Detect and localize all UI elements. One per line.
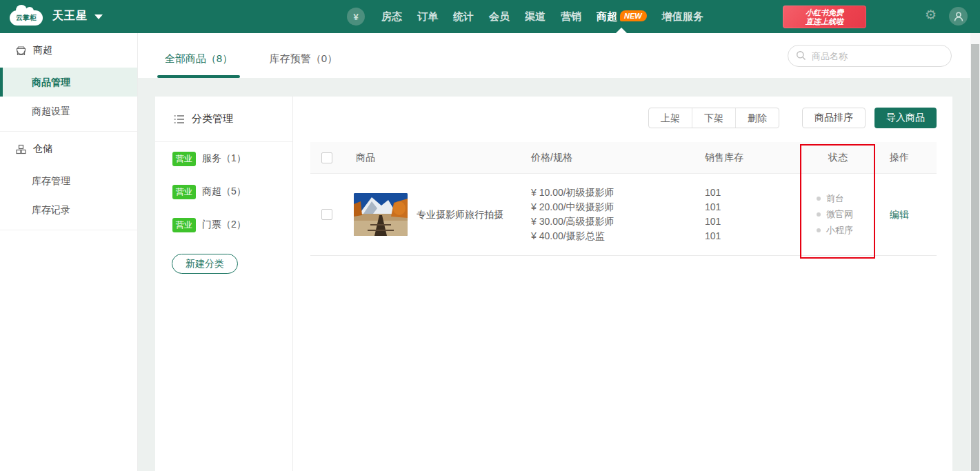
storefront-icon: [15, 45, 27, 57]
brand-logo-text: 云掌柜: [16, 13, 37, 23]
list-icon: [174, 114, 185, 124]
open-status-badge: 营业: [172, 218, 196, 232]
tab-all-products[interactable]: 全部商品（8）: [157, 33, 240, 78]
category-panel: 分类管理 营业 服务（1） 营业 商超（5） 营业 门票（2） 新建分类: [155, 97, 293, 471]
category-item-service[interactable]: 营业 服务（1）: [155, 142, 292, 175]
sidebar-section-warehouse-title: 仓储: [33, 143, 52, 155]
category-item-tickets[interactable]: 营业 门票（2）: [155, 208, 292, 241]
page-scrollbar-thumb[interactable]: [971, 44, 979, 471]
category-management-header[interactable]: 分类管理: [155, 97, 292, 142]
channel-label: 微官网: [826, 208, 853, 221]
channel-label: 前台: [826, 192, 844, 205]
nav-item-roomstatus[interactable]: 房态: [381, 10, 402, 23]
category-item-service-label: 服务（1）: [202, 152, 246, 165]
nav-item-store[interactable]: 商超NEW: [597, 10, 647, 23]
left-sidebar: 商超 商品管理 商超设置 仓储 库存管理 库存记录: [0, 33, 138, 471]
stock-line: 101: [705, 200, 800, 214]
nav-item-store-label: 商超: [597, 10, 617, 22]
nav-item-marketing[interactable]: 营销: [561, 10, 581, 23]
action-cell: 编辑: [876, 208, 937, 221]
price-spec-cell: ¥ 10.00/初级摄影师 ¥ 20.00/中级摄影师 ¥ 30.00/高级摄影…: [524, 186, 698, 243]
active-nav-pointer: [616, 28, 627, 33]
brand-logo: 云掌柜: [10, 10, 43, 26]
main-nav: ¥ 房态 订单 统计 会员 渠道 营销 商超NEW 增值服务: [347, 0, 719, 33]
category-item-store-label: 商超（5）: [202, 186, 246, 198]
top-navbar: 云掌柜 天王星 ¥ 房态 订单 统计 会员 渠道 营销 商超NEW 增值服务 小…: [0, 0, 980, 33]
caret-down-icon: [94, 14, 103, 19]
stock-line: 101: [705, 214, 800, 229]
delete-button[interactable]: 删除: [735, 108, 779, 128]
col-header-action: 操作: [876, 152, 937, 164]
warehouse-blocks-icon: [15, 143, 27, 155]
product-table: 商品 价格/规格 销售库存 状态 操作: [310, 142, 937, 256]
sidebar-item-inventory-records[interactable]: 库存记录: [0, 195, 137, 224]
tabs: 全部商品（8） 库存预警（0）: [157, 33, 367, 78]
settings-gear-icon[interactable]: ⚙: [925, 7, 937, 23]
bulk-actions-group: 上架 下架 删除: [648, 108, 779, 128]
table-row: 专业摄影师旅行拍摄 ¥ 10.00/初级摄影师 ¥ 20.00/中级摄影师 ¥ …: [310, 174, 937, 256]
property-switcher[interactable]: 云掌柜 天王星: [10, 6, 103, 26]
category-item-store[interactable]: 营业 商超（5）: [155, 175, 292, 208]
channel-micro-site: 微官网: [817, 208, 859, 221]
tab-stock-warning[interactable]: 库存预警（0）: [262, 33, 345, 78]
sidebar-section-store-title: 商超: [33, 44, 52, 57]
product-sort-button[interactable]: 商品排序: [802, 108, 866, 128]
select-all-checkbox[interactable]: [321, 152, 332, 163]
product-name: 专业摄影师旅行拍摄: [417, 208, 506, 221]
status-dot-icon: [817, 197, 821, 201]
product-search: [788, 45, 952, 67]
user-avatar-icon[interactable]: [949, 7, 968, 26]
page-scrollbar-track: [970, 33, 980, 471]
currency-coin-icon[interactable]: ¥: [347, 8, 365, 26]
col-header-product: 商品: [345, 152, 524, 164]
channel-front-desk: 前台: [817, 192, 859, 205]
sidebar-item-inventory-management[interactable]: 库存管理: [0, 166, 137, 195]
promo-line2: 直连上线啦: [806, 17, 843, 26]
stock-line: 101: [705, 186, 800, 200]
promo-banner-xiaohongshu[interactable]: 小红书免费 直连上线啦: [783, 6, 866, 28]
sidebar-section-warehouse: 仓储 库存管理 库存记录: [0, 132, 137, 230]
nav-item-stats[interactable]: 统计: [453, 10, 474, 23]
new-category-button[interactable]: 新建分类: [172, 254, 238, 274]
product-image: [354, 193, 408, 236]
product-cell: 专业摄影师旅行拍摄: [345, 193, 524, 236]
nav-item-members[interactable]: 会员: [489, 10, 510, 23]
table-header-row: 商品 价格/规格 销售库存 状态 操作: [310, 142, 937, 174]
sidebar-item-store-settings[interactable]: 商超设置: [0, 97, 137, 126]
row-checkbox[interactable]: [321, 209, 332, 220]
sidebar-section-store: 商超 商品管理 商超设置: [0, 33, 137, 132]
price-line: ¥ 30.00/高级摄影师: [531, 214, 698, 229]
category-management-title: 分类管理: [192, 112, 233, 126]
sidebar-section-store-header[interactable]: 商超: [0, 33, 137, 68]
price-line: ¥ 20.00/中级摄影师: [531, 200, 698, 214]
delist-button[interactable]: 下架: [692, 108, 735, 128]
edit-link[interactable]: 编辑: [890, 209, 909, 220]
col-header-status: 状态: [800, 152, 876, 164]
promo-line1: 小红书免费: [806, 8, 843, 17]
status-dot-icon: [817, 212, 821, 217]
nav-item-valueadded[interactable]: 增值服务: [662, 10, 703, 23]
status-dot-icon: [817, 228, 821, 232]
stock-line: 101: [705, 229, 800, 243]
status-cell: 前台 微官网 小程序: [800, 192, 876, 237]
price-line: ¥ 40.00/摄影总监: [531, 229, 698, 243]
open-status-badge: 营业: [172, 152, 196, 166]
category-item-tickets-label: 门票（2）: [202, 219, 246, 231]
nav-item-orders[interactable]: 订单: [417, 10, 438, 23]
sidebar-section-warehouse-header[interactable]: 仓储: [0, 132, 137, 166]
stock-cell: 101 101 101 101: [698, 186, 800, 243]
nav-item-channels[interactable]: 渠道: [525, 10, 546, 23]
sidebar-item-product-management[interactable]: 商品管理: [0, 68, 137, 97]
col-header-stock: 销售库存: [698, 152, 800, 164]
property-name: 天王星: [52, 9, 88, 23]
import-products-button[interactable]: 导入商品: [874, 108, 937, 128]
product-search-input[interactable]: [788, 45, 952, 67]
toolbar: 上架 下架 删除 商品排序 导入商品: [310, 108, 937, 128]
search-icon: [796, 50, 806, 61]
price-line: ¥ 10.00/初级摄影师: [531, 186, 698, 200]
channel-mini-program: 小程序: [817, 224, 859, 237]
col-header-price-spec: 价格/规格: [524, 152, 698, 164]
open-status-badge: 营业: [172, 185, 196, 199]
new-badge: NEW: [620, 10, 647, 21]
list-on-shelf-button[interactable]: 上架: [649, 108, 692, 128]
